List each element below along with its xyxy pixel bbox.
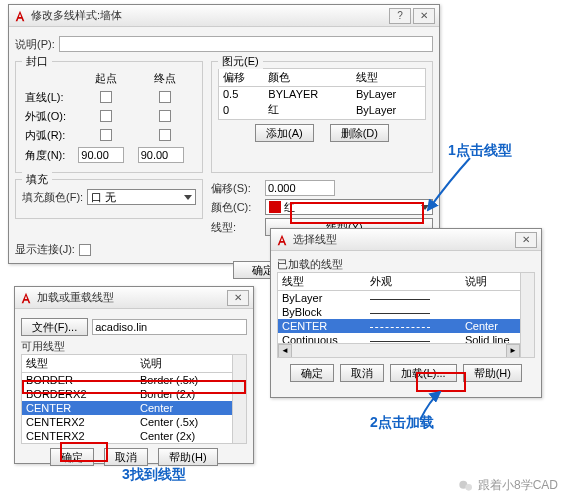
scrollbar-vertical[interactable] [520, 273, 534, 357]
fillcolor-dropdown[interactable]: 口 无 [87, 189, 196, 205]
linetype-list[interactable]: 线型 外观 说明 ByLayer ByBlock CENTERCenter Co… [277, 272, 535, 358]
chevron-down-icon [421, 205, 429, 210]
elements-title: 图元(E) [218, 54, 263, 69]
angle-start-input[interactable] [78, 147, 124, 163]
add-button[interactable]: 添加(A) [255, 124, 314, 142]
list-item[interactable]: ByBlock [278, 305, 534, 319]
close-icon[interactable]: ✕ [515, 232, 537, 248]
file-input[interactable] [92, 319, 247, 335]
table-row[interactable]: -0.5BYLAYERByLayer [219, 118, 425, 120]
app-a-icon [19, 291, 33, 305]
close-icon[interactable]: ✕ [413, 8, 435, 24]
table-row[interactable]: 0红ByLayer [219, 101, 425, 118]
scroll-left-icon[interactable]: ◄ [278, 344, 292, 358]
fillcolor-value: 口 无 [91, 190, 116, 205]
outer-label: 外弧(O): [24, 108, 75, 125]
avail-label: 可用线型 [21, 339, 247, 354]
titlebar: 修改多线样式:墙体 ? ✕ [9, 5, 439, 27]
cancel-button[interactable]: 取消 [340, 364, 384, 382]
list-item[interactable]: ByLayer [278, 291, 534, 306]
line-end-chk[interactable] [159, 91, 171, 103]
list-item[interactable]: CENTERX2Center (2x) [22, 429, 246, 443]
angle-label: 角度(N): [24, 146, 75, 164]
ok-button[interactable]: 确定 [290, 364, 334, 382]
outer-end-chk[interactable] [159, 110, 171, 122]
col-end: 终点 [137, 70, 194, 87]
svg-point-1 [465, 484, 472, 491]
th-offset: 偏移 [219, 69, 264, 87]
dialog-title: 加载或重载线型 [37, 290, 227, 305]
list-item[interactable]: CENTERX2Center (.5x) [22, 415, 246, 429]
scrollbar-vertical[interactable] [232, 355, 246, 443]
list-item-selected[interactable]: CENTERCenter [278, 319, 534, 333]
scrollbar-horizontal[interactable]: ◄ ► [278, 343, 520, 357]
th-look: 外观 [366, 273, 460, 291]
th-ltype: 线型 [352, 69, 425, 87]
load-button[interactable]: 加载(L)... [390, 364, 457, 382]
th-color: 颜色 [264, 69, 352, 87]
app-a-icon [275, 233, 289, 247]
offset-label: 偏移(S): [211, 181, 261, 196]
desc-input[interactable] [59, 36, 433, 52]
list-item[interactable]: BORDERBorder (.5x) [22, 373, 246, 388]
footer-source: 跟着小8学CAD [458, 477, 558, 494]
help-button[interactable]: 帮助(H) [463, 364, 522, 382]
th-ltype: 线型 [22, 355, 136, 373]
dialog-title: 修改多线样式:墙体 [31, 8, 389, 23]
list-item[interactable]: BORDERX2Border (2x) [22, 387, 246, 401]
th-ltype: 线型 [278, 273, 366, 291]
list-item-selected[interactable]: CENTERCenter [22, 401, 246, 415]
inner-end-chk[interactable] [159, 129, 171, 141]
titlebar: 选择线型 ✕ [271, 229, 541, 251]
delete-button[interactable]: 删除(D) [330, 124, 389, 142]
help-button[interactable]: 帮助(H) [158, 448, 217, 466]
titlebar: 加载或重载线型 ✕ [15, 287, 253, 309]
dialog-title: 选择线型 [293, 232, 515, 247]
dialog-modify-mline: 修改多线样式:墙体 ? ✕ 说明(P): 封口 起点 终点 直线(L): [8, 4, 440, 264]
angle-end-input[interactable] [138, 147, 184, 163]
desc-label: 说明(P): [15, 37, 55, 52]
annotation-3: 3找到线型 [122, 466, 186, 484]
ltype-label: 线型: [211, 220, 261, 235]
caps-title: 封口 [22, 54, 52, 69]
chevron-down-icon [184, 195, 192, 200]
help-icon[interactable]: ? [389, 8, 411, 24]
inner-start-chk[interactable] [100, 129, 112, 141]
color-value: 红 [284, 200, 295, 215]
showjoint-label: 显示连接(J): [15, 242, 75, 257]
color-label: 颜色(C): [211, 200, 261, 215]
line-start-chk[interactable] [100, 91, 112, 103]
wechat-icon [458, 478, 474, 494]
annotation-2: 2点击加载 [370, 414, 434, 432]
color-chip-icon [269, 201, 281, 213]
scroll-right-icon[interactable]: ► [506, 344, 520, 358]
caps-group: 封口 起点 终点 直线(L): 外弧(O): 内弧(R): 角度(N): [15, 61, 203, 173]
app-a-icon [13, 9, 27, 23]
close-icon[interactable]: ✕ [227, 290, 249, 306]
loaded-label: 已加载的线型 [277, 257, 535, 272]
col-start: 起点 [77, 70, 134, 87]
fill-group: 填充 填充颜色(F): 口 无 [15, 179, 203, 219]
footer-text: 跟着小8学CAD [478, 477, 558, 494]
dialog-select-linetype: 选择线型 ✕ 已加载的线型 线型 外观 说明 ByLayer ByBlock C… [270, 228, 542, 398]
inner-label: 内弧(R): [24, 127, 75, 144]
table-row[interactable]: 0.5BYLAYERByLayer [219, 87, 425, 102]
fill-title: 填充 [22, 172, 52, 187]
cancel-button[interactable]: 取消 [104, 448, 148, 466]
annotation-1: 1点击线型 [448, 142, 512, 160]
elements-group: 图元(E) 偏移 颜色 线型 0.5BYLAYERByLayer 0红ByLay… [211, 61, 433, 173]
avail-list[interactable]: 线型 说明 BORDERBorder (.5x) BORDERX2Border … [21, 354, 247, 444]
elements-table[interactable]: 偏移 颜色 线型 0.5BYLAYERByLayer 0红ByLayer -0.… [219, 69, 425, 120]
outer-start-chk[interactable] [100, 110, 112, 122]
ok-button[interactable]: 确定 [50, 448, 94, 466]
th-desc: 说明 [136, 355, 246, 373]
dialog-load-linetype: 加载或重载线型 ✕ 文件(F)... 可用线型 线型 说明 BORDERBord… [14, 286, 254, 464]
file-button[interactable]: 文件(F)... [21, 318, 88, 336]
list-item[interactable]: DASHDOTDash dot [22, 443, 246, 444]
line-label: 直线(L): [24, 89, 75, 106]
showjoint-chk[interactable] [79, 244, 91, 256]
fillcolor-label: 填充颜色(F): [22, 190, 83, 205]
color-dropdown[interactable]: 红 [265, 199, 433, 215]
offset-input[interactable] [265, 180, 335, 196]
